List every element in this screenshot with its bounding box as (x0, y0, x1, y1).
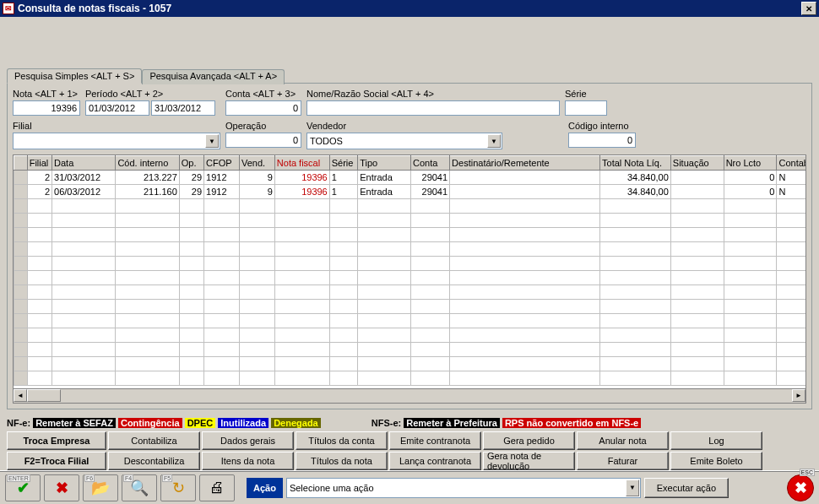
legend-badge: RPS não convertido em NFS-e (502, 418, 641, 428)
action-button[interactable]: Gera pedido (483, 431, 575, 450)
col-header[interactable]: Op. (179, 156, 203, 171)
tab-simple-search[interactable]: Pesquisa Simples <ALT + S> (7, 68, 142, 84)
action-button[interactable]: Contabiliza (108, 431, 200, 450)
nfse-legend-label: NFS-e: (372, 418, 401, 428)
acao-combo[interactable]: Selecione uma ação (286, 478, 641, 498)
legend-badge: Contingência (118, 418, 182, 428)
troca-filial-button[interactable]: F2=Troca Filial (7, 452, 106, 470)
table-row[interactable] (14, 343, 807, 357)
search-button[interactable]: F4🔍 (122, 474, 157, 501)
action-button[interactable]: Títulos da conta (296, 431, 388, 450)
cancel-button[interactable]: ✖ (44, 474, 79, 501)
col-header[interactable]: Conta (411, 156, 450, 171)
chevron-down-icon (205, 134, 219, 148)
action-button[interactable]: Anular nota (577, 431, 669, 450)
action-button[interactable]: Lança contranota (389, 452, 481, 470)
table-row[interactable] (14, 214, 807, 228)
table-row[interactable] (14, 257, 807, 271)
window-title: Consulta de notas fiscais - 1057 (18, 3, 171, 14)
table-row[interactable] (14, 199, 807, 214)
action-button[interactable]: Faturar (577, 452, 669, 470)
col-header[interactable]: CFOP (204, 156, 240, 171)
chevron-down-icon (626, 480, 639, 496)
app-icon: ✉ (3, 3, 14, 14)
conta-input[interactable] (225, 100, 301, 116)
open-button[interactable]: F6📂 (83, 474, 118, 501)
action-button[interactable]: Dados gerais (202, 431, 294, 450)
filter-panel: Nota <ALT + 1> Período <ALT + 2> Conta <… (7, 83, 812, 409)
col-header[interactable]: Data (52, 156, 116, 171)
table-row[interactable] (14, 328, 807, 343)
table-row[interactable]: 206/03/2012211.1602919129193961Entrada29… (14, 185, 807, 199)
table-row[interactable]: 231/03/2012213.2272919129193961Entrada29… (14, 171, 807, 185)
table-row[interactable] (14, 357, 807, 371)
legend-badge: Remeter à SEFAZ (33, 418, 116, 428)
nota-label: Nota <ALT + 1> (13, 89, 80, 99)
table-row[interactable] (14, 271, 807, 285)
bottom-toolbar: ENTER✔ ✖ F6📂 F4🔍 F5↻ 🖨 Ação Selecione um… (0, 470, 819, 504)
results-grid[interactable]: FilialDataCód. internoOp.CFOPVend.Nota f… (13, 154, 806, 389)
codigo-input[interactable] (568, 133, 636, 148)
table-row[interactable] (14, 242, 807, 257)
grid-hscroll[interactable]: ◄ ► (13, 389, 806, 404)
scroll-right-icon[interactable]: ► (792, 389, 805, 402)
table-row[interactable] (14, 285, 807, 300)
serie-input[interactable] (565, 100, 607, 116)
scroll-left-icon[interactable]: ◄ (14, 389, 27, 402)
periodo-label: Período <ALT + 2> (85, 89, 220, 99)
action-button[interactable]: Gera nota de devolução (483, 452, 575, 470)
operacao-input[interactable] (225, 133, 301, 148)
table-row[interactable] (14, 314, 807, 328)
col-header[interactable]: Vend. (239, 156, 274, 171)
table-row[interactable] (14, 228, 807, 242)
action-button[interactable]: Títulos da nota (296, 452, 388, 470)
conta-label: Conta <ALT + 3> (225, 89, 301, 99)
vendedor-combo[interactable]: TODOS (306, 133, 502, 149)
nome-input[interactable] (306, 100, 560, 116)
filial-combo[interactable] (13, 133, 220, 149)
refresh-button[interactable]: F5↻ (160, 474, 196, 501)
action-button[interactable]: Descontabiliza (108, 452, 200, 470)
legend-badge: DPEC (185, 418, 216, 428)
action-button[interactable]: Emite contranota (389, 431, 481, 450)
serie-label: Série (565, 89, 607, 99)
scroll-thumb[interactable] (27, 389, 61, 402)
col-header[interactable]: Filial (27, 156, 52, 171)
action-button[interactable]: Log (670, 431, 762, 450)
legend-nfe: NF-e: Remeter à SEFAZ Contingência DPEC … (7, 418, 812, 428)
periodo-to-input[interactable] (151, 100, 215, 116)
close-button[interactable]: ✕ (801, 2, 816, 15)
codigo-label: Código interno (568, 121, 636, 131)
action-button[interactable]: Itens da nota (202, 452, 294, 470)
periodo-from-input[interactable] (85, 100, 149, 116)
col-header[interactable]: Contabilizaç (777, 156, 806, 171)
operacao-label: Operação (225, 121, 301, 131)
exit-button[interactable]: ESC✖ (787, 474, 814, 501)
print-button[interactable]: 🖨 (199, 474, 235, 501)
executar-acao-button[interactable]: Executar ação (644, 478, 729, 498)
legend-badge: Denegada (271, 418, 321, 428)
nome-label: Nome/Razão Social <ALT + 4> (306, 89, 560, 99)
search-tabs: Pesquisa Simples <ALT + S> Pesquisa Avan… (7, 68, 812, 83)
table-row[interactable] (14, 300, 807, 314)
nfe-legend-label: NF-e: (7, 418, 30, 428)
chevron-down-icon (487, 134, 501, 148)
col-header[interactable]: Situação (670, 156, 724, 171)
troca-empresa-button[interactable]: Troca Empresa (7, 431, 106, 450)
legend-badge: Inutilizada (218, 418, 268, 428)
table-row[interactable] (14, 371, 807, 386)
action-button[interactable]: Emite Boleto (670, 452, 762, 470)
vendedor-label: Vendedor (306, 121, 502, 131)
filial-label: Filial (13, 121, 220, 131)
tab-advanced-search[interactable]: Pesquisa Avançada <ALT + A> (142, 69, 285, 84)
col-header[interactable]: Destinatário/Remetente (450, 156, 600, 171)
col-header[interactable]: Série (329, 156, 358, 171)
col-header[interactable]: Nro Lcto (724, 156, 777, 171)
col-header[interactable]: Nota fiscal (274, 156, 329, 171)
confirm-button[interactable]: ENTER✔ (5, 474, 41, 501)
col-header[interactable]: Tipo (358, 156, 411, 171)
col-header[interactable]: Total Nota Líq. (600, 156, 671, 171)
col-header[interactable]: Cód. interno (116, 156, 179, 171)
legend-badge: Remeter à Prefeitura (404, 418, 500, 428)
nota-input[interactable] (13, 100, 80, 116)
